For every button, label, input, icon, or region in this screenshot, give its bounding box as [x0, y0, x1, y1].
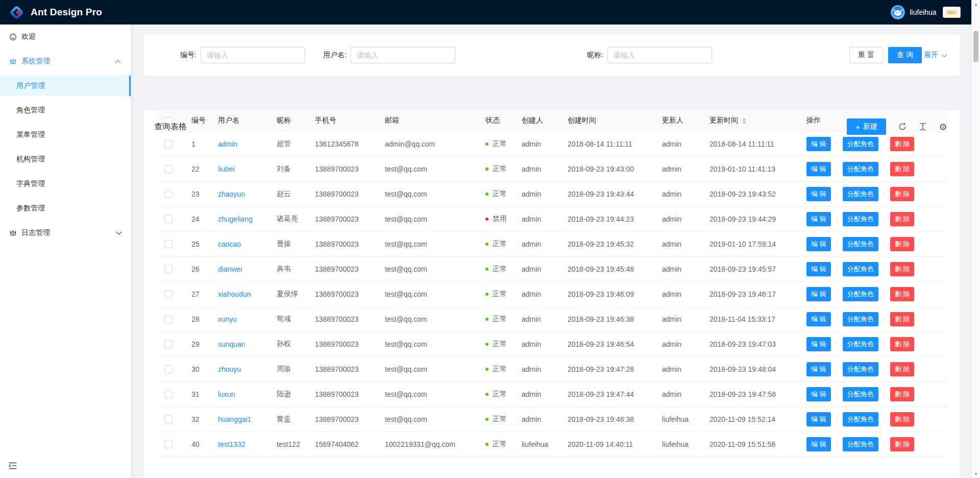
cell-email: test@qq.com [377, 281, 477, 306]
edit-button[interactable]: 编 辑 [806, 362, 831, 376]
assign-role-button[interactable]: 分配角色 [843, 162, 878, 176]
edit-button[interactable]: 编 辑 [806, 287, 831, 301]
delete-button[interactable]: 删 除 [890, 412, 915, 426]
username-link[interactable]: zhaoyun [218, 190, 245, 198]
assign-role-button[interactable]: 分配角色 [843, 337, 878, 351]
scroll-thumb[interactable] [973, 31, 978, 62]
assign-role-button[interactable]: 分配角色 [843, 362, 878, 376]
sidebar-item-log-mgmt[interactable]: 日志管理 [0, 223, 131, 243]
delete-button[interactable]: 删 除 [890, 187, 915, 201]
sidebar-item-dict-mgmt[interactable]: 字典管理 [0, 174, 131, 194]
sidebar-item-user-mgmt[interactable]: 用户管理 [0, 76, 131, 96]
reload-icon[interactable] [898, 123, 906, 131]
sidebar-item-menu-mgmt[interactable]: 菜单管理 [0, 125, 131, 145]
new-button[interactable]: + 新建 [847, 118, 886, 135]
delete-button[interactable]: 删 除 [890, 362, 915, 376]
delete-button[interactable]: 删 除 [890, 162, 915, 176]
sidebar-item-role-mgmt[interactable]: 角色管理 [0, 100, 131, 121]
assign-role-button[interactable]: 分配角色 [843, 312, 878, 326]
edit-button[interactable]: 编 辑 [806, 187, 831, 201]
edit-button[interactable]: 编 辑 [806, 437, 831, 451]
sidebar-item-system-mgmt[interactable]: 系统管理 [0, 51, 131, 71]
delete-button[interactable]: 删 除 [890, 437, 915, 451]
row-checkbox[interactable] [164, 440, 173, 448]
nickname-input[interactable] [607, 47, 712, 63]
col-header-updated_at[interactable]: 更新时间 [701, 110, 798, 131]
reset-button[interactable]: 重 置 [849, 47, 883, 63]
username-input[interactable] [351, 47, 455, 63]
edit-button[interactable]: 编 辑 [806, 337, 831, 351]
edit-button[interactable]: 编 辑 [806, 162, 831, 176]
sidebar-item-welcome[interactable]: 欢迎 [0, 27, 131, 47]
row-checkbox[interactable] [164, 240, 173, 248]
sidebar-collapse-trigger[interactable] [8, 461, 17, 470]
username-link[interactable]: admin [218, 140, 237, 148]
username-link[interactable]: test1332 [218, 440, 246, 448]
delete-button[interactable]: 删 除 [890, 312, 915, 326]
username-link[interactable]: xiahoudun [218, 290, 251, 298]
delete-button[interactable]: 删 除 [890, 262, 915, 276]
row-checkbox[interactable] [164, 190, 173, 198]
assign-role-button[interactable]: 分配角色 [843, 412, 878, 426]
cell-username: zhouyu [210, 356, 268, 381]
edit-button[interactable]: 编 辑 [806, 137, 831, 151]
row-checkbox[interactable] [164, 415, 173, 423]
row-checkbox[interactable] [164, 140, 173, 148]
row-checkbox[interactable] [164, 315, 173, 323]
sidebar-item-org-mgmt[interactable]: 机构管理 [0, 149, 131, 170]
scroll-up-arrow[interactable]: ▲ [972, 0, 980, 8]
sidebar-item-label: 日志管理 [21, 228, 50, 237]
edit-button[interactable]: 编 辑 [806, 212, 831, 226]
row-checkbox[interactable] [164, 290, 173, 298]
row-checkbox[interactable] [164, 265, 173, 273]
assign-role-button[interactable]: 分配角色 [843, 262, 878, 276]
username-link[interactable]: zhugeliang [218, 215, 253, 223]
delete-button[interactable]: 删 除 [890, 212, 915, 226]
username-link[interactable]: zhouyu [218, 365, 241, 373]
sorter-icon[interactable] [742, 118, 746, 124]
username-link[interactable]: huanggai1 [218, 415, 251, 423]
username-link[interactable]: xunyu [218, 315, 237, 323]
row-checkbox[interactable] [164, 215, 173, 223]
edit-button[interactable]: 编 辑 [806, 262, 831, 276]
edit-button[interactable]: 编 辑 [806, 387, 831, 401]
table-row: 32huanggai1黄盖13889700023test@qq.com正常adm… [156, 407, 947, 432]
delete-button[interactable]: 删 除 [890, 137, 915, 151]
assign-role-button[interactable]: 分配角色 [843, 212, 878, 226]
username-link[interactable]: dianwei [218, 265, 242, 273]
page-scrollbar[interactable]: ▲ ▼ [971, 0, 980, 478]
row-checkbox[interactable] [164, 390, 173, 398]
edit-button[interactable]: 编 辑 [806, 312, 831, 326]
delete-button[interactable]: 删 除 [890, 237, 915, 251]
assign-role-button[interactable]: 分配角色 [843, 137, 878, 151]
search-button[interactable]: 查 询 [888, 47, 922, 63]
username-link[interactable]: sunquan [218, 340, 246, 348]
username-link[interactable]: caocao [218, 240, 241, 248]
delete-button[interactable]: 删 除 [890, 287, 915, 301]
assign-role-button[interactable]: 分配角色 [843, 187, 878, 201]
user-avatar[interactable] [891, 5, 905, 19]
field-group-username: 用户名: [323, 47, 455, 63]
cell-select [156, 131, 183, 156]
assign-role-button[interactable]: 分配角色 [843, 237, 878, 251]
delete-button[interactable]: 删 除 [890, 387, 915, 401]
assign-role-button[interactable]: 分配角色 [843, 287, 878, 301]
delete-button[interactable]: 删 除 [890, 337, 915, 351]
edit-button[interactable]: 编 辑 [806, 237, 831, 251]
id-input[interactable] [201, 47, 305, 63]
assign-role-button[interactable]: 分配角色 [843, 387, 878, 401]
username-link[interactable]: liubei [218, 165, 235, 173]
edit-button[interactable]: 编 辑 [806, 412, 831, 426]
row-checkbox[interactable] [164, 365, 173, 373]
scroll-down-arrow[interactable]: ▼ [972, 470, 980, 478]
row-checkbox[interactable] [164, 340, 173, 348]
cell-username: admin [210, 131, 268, 156]
assign-role-button[interactable]: 分配角色 [843, 437, 878, 451]
settings-gear-icon[interactable]: ⚙ [939, 123, 947, 131]
column-height-icon[interactable] [918, 123, 927, 131]
row-checkbox[interactable] [164, 165, 173, 173]
username-link[interactable]: luxun [218, 390, 235, 398]
sidebar-item-param-mgmt[interactable]: 参数管理 [0, 198, 131, 219]
expand-link[interactable]: 展开 [924, 47, 945, 63]
cell-status: 正常 [477, 381, 513, 407]
